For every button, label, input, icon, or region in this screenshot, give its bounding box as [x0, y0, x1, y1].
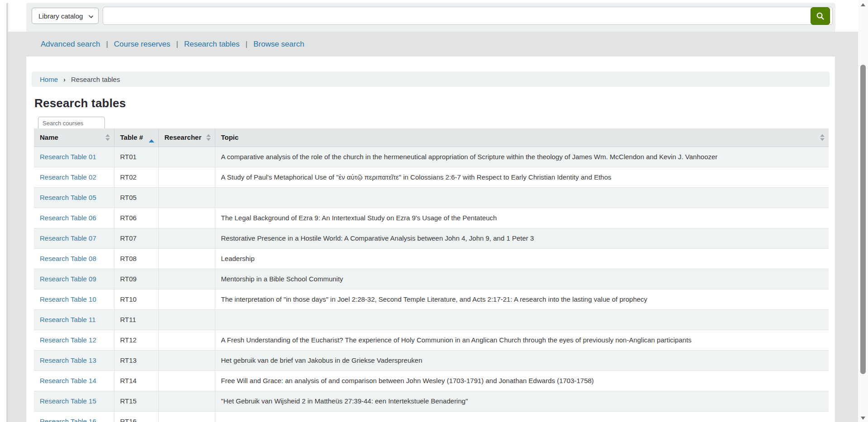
cell-table-no: RT01: [114, 147, 158, 167]
cell-topic: A comparative analysis of the role of th…: [215, 147, 829, 167]
cell-researcher: [158, 330, 215, 350]
research-table-link[interactable]: Research Table 13: [40, 356, 96, 364]
research-table-link[interactable]: Research Table 10: [40, 295, 96, 303]
scrollbar-thumb[interactable]: [860, 65, 866, 374]
cell-table-no: RT07: [114, 228, 158, 248]
cell-name: Research Table 15: [34, 391, 114, 411]
cell-name: Research Table 08: [34, 248, 114, 269]
search-input[interactable]: [103, 7, 833, 25]
cell-researcher: [158, 208, 215, 228]
cell-table-no: RT16: [114, 411, 158, 422]
cell-table-no: RT13: [114, 350, 158, 370]
cell-name: Research Table 13: [34, 350, 114, 370]
cell-researcher: [158, 147, 215, 167]
nav-separator: |: [106, 40, 108, 49]
cell-researcher: [158, 411, 215, 422]
research-table-link[interactable]: Research Table 08: [40, 255, 96, 262]
vertical-scrollbar[interactable]: [858, 0, 868, 422]
cell-name: Research Table 09: [34, 269, 114, 289]
cell-topic: A Study of Paul's Metaphorical Use of "ἐ…: [215, 167, 829, 187]
cell-table-no: RT06: [114, 208, 158, 228]
cell-table-no: RT15: [114, 391, 158, 411]
cell-name: Research Table 14: [34, 370, 114, 391]
cell-table-no: RT08: [114, 248, 158, 269]
cell-topic: Free Will and Grace: an analysis of and …: [215, 370, 829, 391]
table-row: Research Table 06RT06The Legal Backgroun…: [34, 208, 829, 228]
cell-name: Research Table 11: [34, 309, 114, 330]
research-table-link[interactable]: Research Table 05: [40, 194, 96, 201]
table-row: Research Table 14RT14Free Will and Grace…: [34, 370, 829, 391]
cell-topic: [215, 187, 829, 208]
search-icon: [816, 12, 825, 20]
research-table-link[interactable]: Research Table 02: [40, 173, 96, 181]
course-filter-input[interactable]: [38, 117, 105, 129]
cell-table-no: RT10: [114, 289, 158, 309]
cell-researcher: [158, 187, 215, 208]
cell-name: Research Table 12: [34, 330, 114, 350]
research-table-link[interactable]: Research Table 15: [40, 397, 96, 405]
cell-table-no: RT14: [114, 370, 158, 391]
cell-topic: A Fresh Understanding of the Eucharist? …: [215, 330, 829, 350]
sort-asc-icon: [149, 139, 154, 142]
page: Library catalog Advanced search | Course…: [0, 0, 868, 422]
column-header-topic[interactable]: Topic: [215, 128, 829, 147]
nav-course-reserves[interactable]: Course reserves: [114, 40, 171, 49]
secondary-nav: Advanced search | Course reserves | Rese…: [26, 32, 858, 57]
cell-topic: Het gebruik van de brief van Jakobus in …: [215, 350, 829, 370]
catalog-select[interactable]: Library catalog: [32, 8, 99, 24]
table-row: Research Table 13RT13Het gebruik van de …: [34, 350, 829, 370]
cell-topic: The interpretation of "in those days" in…: [215, 289, 829, 309]
cell-name: Research Table 02: [34, 167, 114, 187]
research-table-link[interactable]: Research Table 12: [40, 336, 96, 344]
research-table-link[interactable]: Research Table 09: [40, 275, 96, 283]
breadcrumb-current: Research tables: [71, 76, 120, 83]
nav-separator: |: [176, 40, 178, 49]
research-table-link[interactable]: Research Table 01: [40, 153, 96, 161]
research-table-link[interactable]: Research Table 06: [40, 214, 96, 222]
nav-advanced-search[interactable]: Advanced search: [41, 40, 100, 49]
cell-name: Research Table 05: [34, 187, 114, 208]
table-row: Research Table 08RT08Leadership: [34, 248, 829, 269]
research-tables-table: Name Table # Researcher Topic: [34, 128, 829, 422]
column-header-table-no[interactable]: Table #: [114, 128, 158, 147]
cell-researcher: [158, 248, 215, 269]
cell-researcher: [158, 309, 215, 330]
research-table-link[interactable]: Research Table 14: [40, 377, 96, 384]
search-button[interactable]: [811, 7, 830, 25]
main-content: Home › Research tables Research tables N…: [26, 57, 835, 422]
table-row: Research Table 11RT11: [34, 309, 829, 330]
column-header-name[interactable]: Name: [34, 128, 114, 147]
table-row: Research Table 02RT02A Study of Paul's M…: [34, 167, 829, 187]
cell-researcher: [158, 350, 215, 370]
nav-browse-search[interactable]: Browse search: [253, 40, 304, 49]
table-row: Research Table 01RT01A comparative analy…: [34, 147, 829, 167]
table-row: Research Table 09RT09Mentorship in a Bib…: [34, 269, 829, 289]
table-body: Research Table 01RT01A comparative analy…: [34, 147, 829, 422]
cell-topic: Leadership: [215, 248, 829, 269]
scroll-down-icon[interactable]: [861, 417, 865, 420]
cell-table-no: RT05: [114, 187, 158, 208]
cell-topic: Mentorship in a Bible School Community: [215, 269, 829, 289]
table-row: Research Table 16RT16: [34, 411, 829, 422]
window-left-edge: [6, 3, 8, 422]
table-row: Research Table 07RT07Restorative Presenc…: [34, 228, 829, 248]
search-header: Library catalog: [26, 3, 835, 32]
sort-icon: [820, 134, 825, 141]
breadcrumb-home-link[interactable]: Home: [40, 76, 58, 83]
cell-topic: [215, 309, 829, 330]
column-header-researcher[interactable]: Researcher: [158, 128, 215, 147]
table-row: Research Table 12RT12A Fresh Understandi…: [34, 330, 829, 350]
cell-name: Research Table 16: [34, 411, 114, 422]
chevron-down-icon: [89, 14, 93, 18]
nav-research-tables[interactable]: Research tables: [184, 40, 240, 49]
cell-researcher: [158, 269, 215, 289]
cell-topic: "Het Gebruik van Wijsheid 2 in Mattheüs …: [215, 391, 829, 411]
research-table-link[interactable]: Research Table 11: [40, 316, 96, 323]
research-table-link[interactable]: Research Table 16: [40, 417, 96, 422]
cell-researcher: [158, 370, 215, 391]
table-row: Research Table 05RT05: [34, 187, 829, 208]
breadcrumb-separator-icon: ›: [64, 76, 66, 83]
research-table-link[interactable]: Research Table 07: [40, 234, 96, 242]
cell-table-no: RT02: [114, 167, 158, 187]
scroll-up-icon[interactable]: [861, 3, 865, 6]
